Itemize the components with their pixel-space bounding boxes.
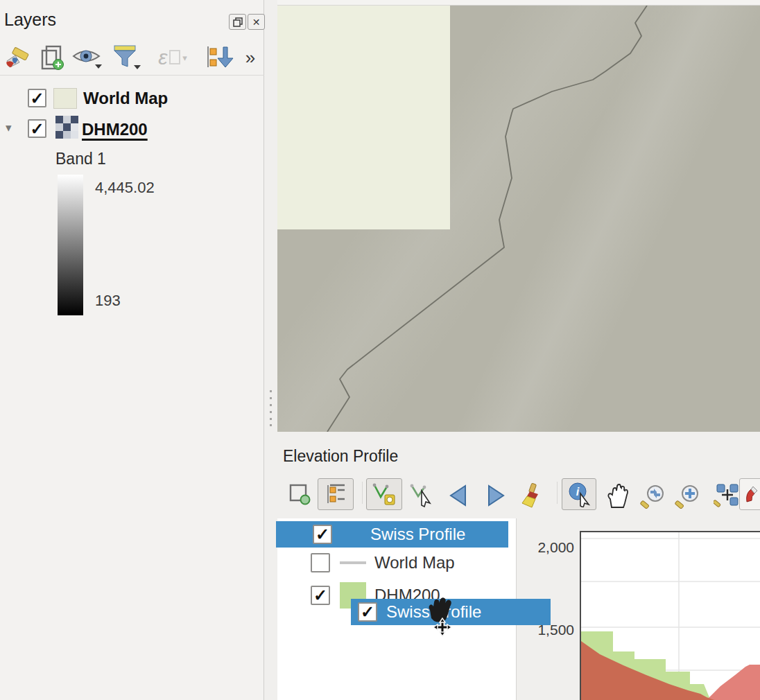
zoom-in-icon: [675, 484, 701, 509]
zoom-actual-icon: [714, 481, 741, 509]
swiss-profile-checkbox[interactable]: ✓: [313, 525, 332, 544]
elevation-profile-content: ✓ Swiss Profile World Map ✓ DHM200 ✓ Swi…: [277, 518, 760, 700]
svg-text:i: i: [576, 486, 580, 498]
layer-item-dhm200[interactable]: DHM200: [82, 120, 148, 139]
grab-move-cursor: [422, 595, 463, 638]
broom-icon: [520, 482, 544, 509]
filter-legend-button[interactable]: [111, 43, 144, 72]
dhm200-checkbox[interactable]: ✓: [311, 586, 330, 605]
layers-toolbar: ε ▾ »: [0, 40, 264, 75]
add-group-button[interactable]: [37, 43, 67, 72]
close-icon: ✕: [252, 17, 261, 28]
route-line: [327, 6, 647, 432]
identify-features-button[interactable]: i: [562, 478, 596, 510]
dhm200-visibility-checkbox[interactable]: ✓: [28, 119, 46, 138]
filter-funnel-icon: [112, 44, 144, 71]
identify-icon: i: [567, 481, 591, 507]
y-tick-2000: 2,000: [519, 539, 574, 556]
float-panel-icon: [233, 17, 243, 27]
elevation-profile-title: Elevation Profile: [283, 447, 398, 466]
check-icon: ✓: [316, 526, 329, 543]
zoom-in-button[interactable]: [673, 482, 703, 510]
elevation-profile-toolbar: i: [277, 475, 760, 513]
check-icon: ✓: [361, 604, 374, 620]
manage-map-themes-button[interactable]: [71, 43, 105, 72]
add-layers-button[interactable]: [286, 481, 313, 507]
zoom-full-icon: [640, 484, 666, 509]
expand-all-icon: [204, 44, 234, 71]
legend-min-value: 193: [95, 292, 121, 310]
elevation-chart-plot[interactable]: [580, 531, 760, 700]
window-top-strip: [277, 0, 760, 6]
snapping-button[interactable]: [739, 478, 760, 510]
eye-icon: [71, 45, 105, 70]
capture-curve-button[interactable]: [366, 478, 402, 510]
worldmap-visibility-checkbox[interactable]: ✓: [28, 89, 46, 107]
capture-from-feature-icon: [409, 482, 435, 507]
chevron-down-icon: ▾: [182, 53, 187, 63]
pan-hand-icon: [605, 482, 630, 509]
profile-layer-label: Swiss Profile: [370, 525, 465, 544]
legend-max-value: 4,445.02: [95, 179, 155, 197]
layers-panel-title: Layers: [4, 10, 56, 30]
toolbar-overflow-button[interactable]: »: [239, 43, 262, 72]
elevation-chart-svg: [581, 532, 760, 700]
check-icon: ✓: [313, 587, 327, 604]
add-chart-layer-icon: [288, 483, 311, 505]
overflow-chevrons-icon: »: [245, 47, 255, 69]
raster-layer-icon: [55, 116, 78, 139]
paintbrush-icon: [4, 46, 31, 69]
profile-tree-row-swiss-profile[interactable]: ✓ Swiss Profile: [276, 521, 508, 548]
capture-curve-from-feature-button[interactable]: [406, 481, 438, 509]
raster-gradient-legend: [58, 175, 83, 315]
world-map-checkbox[interactable]: [311, 553, 330, 572]
close-panel-button[interactable]: ✕: [248, 14, 265, 30]
layers-panel: Layers ✕: [0, 0, 264, 700]
zoom-full-button[interactable]: [638, 482, 668, 510]
nudge-left-button[interactable]: [445, 482, 470, 509]
worldmap-layer-swatch: [53, 88, 77, 109]
collapse-caret-icon[interactable]: ▾: [6, 121, 12, 135]
expression-epsilon-icon: ε: [158, 46, 167, 69]
expression-sheet-icon: [169, 49, 182, 66]
layer-item-world-map[interactable]: World Map: [83, 89, 168, 108]
arrow-left-icon: [449, 484, 467, 507]
capture-curve-icon: [372, 482, 397, 507]
band-label: Band 1: [55, 150, 106, 168]
filter-legend-expression-button[interactable]: ε ▾: [150, 43, 196, 72]
map-canvas[interactable]: [277, 6, 760, 432]
profile-layer-label: World Map: [374, 553, 455, 572]
arrow-right-icon: [487, 484, 506, 507]
clear-profile-button[interactable]: [517, 481, 546, 510]
ghost-checkbox: ✓: [358, 602, 377, 622]
toolbar-separator: [0, 75, 264, 76]
pan-button[interactable]: [602, 481, 632, 510]
panel-splitter[interactable]: [265, 0, 277, 700]
line-symbol-swatch: [340, 561, 366, 564]
layer-tree-options-icon: [324, 482, 347, 506]
add-group-icon: [40, 44, 64, 71]
snapping-magnet-icon: [744, 484, 760, 505]
open-styling-panel-button[interactable]: [3, 43, 32, 72]
expand-collapse-all-button[interactable]: [202, 43, 236, 72]
float-panel-button[interactable]: [229, 14, 246, 30]
profile-route-line: [277, 6, 760, 432]
profile-tree-row-world-map[interactable]: World Map: [311, 553, 455, 572]
nudge-right-button[interactable]: [484, 482, 509, 509]
show-layer-tree-button[interactable]: [318, 478, 354, 510]
check-icon: ✓: [30, 121, 44, 137]
check-icon: ✓: [30, 90, 44, 107]
